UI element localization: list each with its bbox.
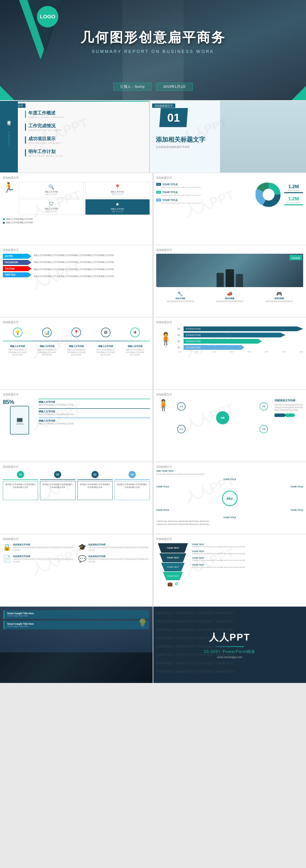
social-arrows: SKYPE FACEBOOK YouTube TWITTER (3, 254, 31, 279)
twitter-arrow: TWITTER (3, 272, 31, 277)
feature-desc-3: 此处添加副标题 此处添加副标题内容 (257, 300, 301, 303)
item-sub-3: SUCCESSFUL PROJECT (28, 142, 62, 144)
title-desc-2: Add Footer Fonts Here Add Footer Fonts H… (162, 194, 253, 196)
content-item-1: 年度工作概述 ANNUAL WORK SUMMARY (25, 110, 144, 119)
reporter-info: 汇报人：Sunny 2019年1月1日 (113, 83, 193, 91)
row-5: 添加标题文字 85% 💻 请输入文字内容 请输入文字内容请输入文字内容请输入文字… (0, 390, 306, 461)
game-icon: 🎮 (257, 291, 301, 297)
icon-label-4: 请输入文字内容 (88, 208, 148, 210)
ilabel-2: 请输入文字内容 (37, 345, 57, 348)
feature-desc-1: 此处添加副标题 此处添加副标题内容 (158, 300, 202, 303)
idea-br: YOUR TITLE (291, 509, 303, 511)
text-items: 请输入文字内容请输入文字内容 请输入文字内容请输入文字内容 (3, 218, 150, 224)
lock-item-4: 💬 此处添加文字内容 此处添加文字内容此处添加文字内容此处添加文字内容此处添加文… (78, 555, 150, 563)
idea-bl-text: YOUR TITLE (156, 509, 169, 511)
icon-sublabel-3: 请输入文字内容 (21, 210, 82, 213)
bubble-label-4: 标题 (262, 428, 266, 430)
row-1: 添加副标题文字 目录 CONTENTS 年度工作概述 ANNUAL WORK S… (0, 101, 306, 173)
tl-num-1: 01 (178, 346, 182, 349)
slide-label-7: 添加标题文字 (3, 320, 150, 324)
top-icons-row: 💡 📊 📍 ⚙ ✈ (3, 328, 150, 337)
date-badge: 2019年1月1日 (156, 83, 193, 91)
idea-diagram: IDEA YOUR TITLE YOUR TITLE YOUR TITLE YO… (156, 477, 303, 520)
person-sil-3 (236, 274, 243, 287)
logo-text: LOGO (40, 13, 56, 20)
tb-desc-1: 请输入文字内容请输入文字内容请输入文字内容 (39, 404, 150, 406)
stat-label-1: Male Follower (284, 189, 303, 191)
step-line-2 (40, 479, 75, 480)
nt-desc: 此处添加文字内容此处添加文字内容此处添加文字内容此处添加文字内容此处添加文字内容… (275, 403, 303, 411)
chart-icon-2: 📊 (44, 330, 49, 335)
tablet-slide: 添加标题文字 85% 💻 请输入文字内容 请输入文字内容请输入文字内容请输入文字… (0, 390, 152, 461)
person-icon: 🏃 (3, 182, 15, 215)
tl-text-2: 文字添加文字内容 (185, 340, 201, 343)
city-bg-section (220, 101, 306, 173)
item-bar-4 (25, 149, 26, 156)
lock-icon-3: 📄 (3, 555, 11, 563)
photo-badge-text: 添加标题 (292, 257, 300, 259)
fl-text-2: YOUR TEXT (167, 557, 179, 559)
textbox-2: 请输入文字内容 请输入文字内容请输入文字内容请输入文字内容 (39, 408, 150, 416)
axis-1: 20% (195, 351, 198, 353)
lock-desc-3: 此处添加文字内容此处添加文字内容此处添加文字内容此处添加文字内容此处添加文字内容 (13, 558, 74, 563)
lock-item-2: 🎓 此处添加文字内容 此处添加文字内容此处添加文字内容此处添加文字内容此处添加文… (78, 543, 150, 551)
icon-label-group-3: 请输入文字内容 请输入文字内容请输入文字内容请输入文字内容请输入文字内容 (67, 345, 86, 356)
network-slide: 添加标题文字 🧍 标题 标题 标题 标题 (154, 390, 306, 461)
slide-label-3: 添加标题文字 (3, 176, 150, 180)
text-item-1: 请输入文字内容请输入文字内容 (3, 218, 150, 220)
icon-sublabel-4: 请输入文字内容 (88, 210, 148, 213)
icon-circle-4: ⚙ (101, 328, 110, 337)
slide-label-11: 添加标题文字 (3, 465, 150, 469)
icon-circle-5: ✈ (130, 328, 140, 337)
row-6: 添加标题文字 01 成功输入文本成功输入文本成功输入文本成功输入文本 02 成功… (0, 462, 306, 534)
lock-label-4: 此处添加文字内容 (88, 555, 150, 558)
lock-label-1: 此处添加文字内容 (13, 543, 74, 546)
step-text-3: 成功输入文本成功输入文本成功输入文本成功输入文本 (79, 483, 110, 489)
top-icon-2: 📊 (42, 328, 52, 337)
item-bar-3 (25, 136, 26, 144)
step-col-2: 02 成功输入文本成功输入文本成功输入文本成功输入文本 (40, 471, 75, 500)
axis-4: 50% (247, 351, 251, 353)
stat-bar-1 (284, 192, 303, 193)
icon-label-group-1: 请输入文字内容 请输入文字内容请输入文字内容请输入文字内容请输入文字内容 (8, 345, 27, 356)
step-num-4: 04 (131, 473, 134, 476)
icon-label-1: 请输入文字内容 (21, 190, 82, 193)
step-num-circle-1: 01 (17, 471, 24, 478)
icons-slide: 添加标题文字 🏃 🔍 请输入文字内容 请输入文字内容 📍 请输入文字内容 请输入… (0, 173, 152, 245)
feature-desc-2: 此处添加副标题 此处添加副标题内容 (208, 300, 252, 303)
num-02: 02 (156, 191, 161, 194)
idesc-4: 请输入文字内容请输入文字内容请输入文字内容请输入文字内容 (96, 349, 115, 356)
brand-content: 人人PPT 20,000+ PowerPoint模板 www.renrenppt… (204, 631, 256, 659)
title-list: 01 YOUR TITLE Add Footer Fonts Here Add … (156, 183, 253, 207)
footer-brand-slide: YOUR TEXT YOUR TEXT YOUR TEXT YOUR TEXT … (154, 607, 306, 683)
dot-2 (3, 222, 5, 224)
pie-slide: 添加标题文字 01 YOUR TITLE Add Footer Fonts He… (154, 173, 306, 245)
content-item-3: 成功项目展示 SUCCESSFUL PROJECT (25, 136, 144, 144)
contents-items: 年度工作概述 ANNUAL WORK SUMMARY 工作完成情况 COMPLE… (23, 101, 149, 162)
step-line-1 (3, 479, 38, 480)
slide-label-5: 添加标题文字 (3, 248, 150, 252)
add-yourtext-header: ADD YOUR TEXT (156, 470, 303, 472)
title-desc-3: Add Footer Fonts Here Add Footer Fonts H… (162, 202, 253, 204)
tl-text-4: 文字添加文字内容 (185, 328, 201, 330)
slide-hero: LOGO 几何图形创意扁平商务 SUMMARY REPORT ON BUSINE… (0, 0, 306, 100)
insight-title-1: Smart Insight Title Here (7, 612, 146, 615)
item-bar-2 (25, 124, 26, 131)
lock-label-3: 此处添加文字内容 (13, 555, 74, 558)
megaphone-icon: 📣 (208, 291, 252, 297)
lock-item-1: 🔒 此处添加文字内容 此处添加文字内容此处添加文字内容此处添加文字内容此处添加文… (3, 543, 74, 551)
insight-sub-1: Smart Insight Topic Here (7, 615, 146, 617)
funnel-layer-1: YOUR TEXT (156, 543, 190, 553)
funnel-icons: 💼 ⚙ (156, 581, 190, 587)
step-col-4: 04 成功输入文本成功输入文本成功输入文本成功输入文本 (114, 471, 150, 500)
tb-label-3: 请输入文字内容 (39, 419, 150, 423)
idea-bottom-text: YOUR TITLE (224, 516, 236, 519)
fl-text-4: YOUR TEXT (167, 575, 179, 577)
steps-grid: 01 成功输入文本成功输入文本成功输入文本成功输入文本 02 成功输入文本成功输… (3, 471, 150, 500)
title-item-1: 01 YOUR TITLE Add Footer Fonts Here Add … (156, 183, 253, 188)
dot-1 (3, 218, 5, 220)
title-item-2: 02 YOUR TITLE Add Footer Fonts Here Add … (156, 191, 253, 196)
business-person-icon: 🧍 (156, 332, 175, 345)
bubble-label-1: 标题 (180, 405, 183, 408)
tb-desc-2: 请输入文字内容请输入文字内容请输入文字内容 (39, 413, 150, 416)
